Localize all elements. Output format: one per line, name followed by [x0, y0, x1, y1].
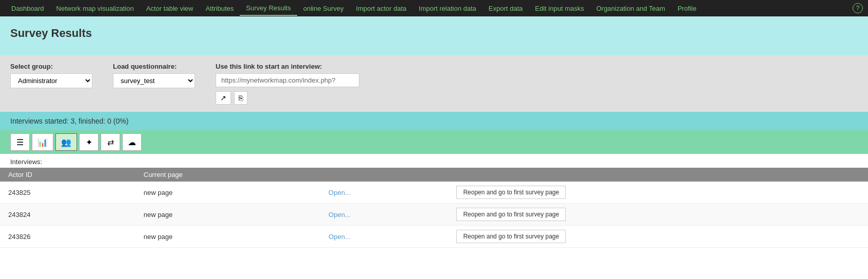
- nav-item-export-data[interactable]: Export data: [483, 2, 529, 15]
- open-link[interactable]: Open...: [329, 233, 351, 241]
- actor-id-cell: 243826: [0, 226, 136, 248]
- reopen-button[interactable]: Reopen and go to first survey page: [456, 186, 566, 199]
- open-link[interactable]: Open...: [329, 189, 351, 196]
- nav-item-survey-results[interactable]: Survey Results: [240, 1, 297, 16]
- stats-bar: Interviews started: 3, finished: 0 (0%): [0, 112, 868, 130]
- nav-item-online-survey[interactable]: online Survey: [297, 2, 350, 15]
- group-label: Select group:: [10, 63, 92, 70]
- interviews-label: Interviews:: [0, 154, 868, 168]
- nav-bar: Dashboard Network map visualization Acto…: [0, 0, 868, 16]
- nav-item-import-actor[interactable]: Import actor data: [350, 2, 413, 15]
- page-title: Survey Results: [10, 27, 858, 40]
- actor-id-cell: 243825: [0, 182, 136, 204]
- stats-text: Interviews started: 3, finished: 0 (0%): [10, 117, 128, 125]
- nav-item-network-map[interactable]: Network map visualization: [50, 2, 140, 15]
- reopen-cell: Reopen and go to first survey page: [448, 226, 868, 248]
- reopen-button[interactable]: Reopen and go to first survey page: [456, 230, 566, 243]
- list-view-btn[interactable]: ☰: [10, 133, 30, 151]
- table-row: 243825new pageOpen...Reopen and go to fi…: [0, 182, 868, 204]
- current-page-cell: new page: [136, 204, 320, 226]
- chart-btn[interactable]: 📊: [32, 133, 53, 151]
- table-row: 243824new pageOpen...Reopen and go to fi…: [0, 204, 868, 226]
- interview-link-group: Use this link to start an interview: ↗ ⎘: [216, 63, 359, 105]
- col-open: [320, 168, 448, 182]
- table-row: 243826new pageOpen...Reopen and go to fi…: [0, 226, 868, 248]
- interview-link-input[interactable]: [216, 73, 359, 87]
- help-button[interactable]: ?: [853, 3, 863, 13]
- nav-item-edit-masks[interactable]: Edit input masks: [529, 2, 590, 15]
- interviews-btn[interactable]: 👥: [55, 133, 77, 151]
- col-actor-id: Actor ID: [0, 168, 136, 182]
- open-cell: Open...: [320, 204, 448, 226]
- network-btn[interactable]: ✦: [79, 133, 99, 151]
- open-cell: Open...: [320, 182, 448, 204]
- toolbar: ☰ 📊 👥 ✦ ⇄ ☁: [0, 130, 868, 154]
- group-select[interactable]: Administrator: [10, 73, 92, 88]
- reopen-cell: Reopen and go to first survey page: [448, 182, 868, 204]
- col-current-page: Current page: [136, 168, 320, 182]
- open-link-button[interactable]: ↗: [216, 91, 231, 105]
- current-page-cell: new page: [136, 226, 320, 248]
- page-header: Survey Results: [0, 16, 868, 55]
- cloud-btn[interactable]: ☁: [122, 133, 142, 151]
- link-buttons: ↗ ⎘: [216, 91, 359, 105]
- copy-link-button[interactable]: ⎘: [234, 91, 247, 105]
- filter-row: Select group: Administrator Load questio…: [0, 55, 868, 112]
- nav-item-attributes[interactable]: Attributes: [199, 2, 240, 15]
- col-reopen: [448, 168, 868, 182]
- reopen-cell: Reopen and go to first survey page: [448, 204, 868, 226]
- open-link[interactable]: Open...: [329, 211, 351, 218]
- questionnaire-filter: Load questionnaire: survey_test: [113, 63, 195, 88]
- interview-link-label: Use this link to start an interview:: [216, 63, 359, 70]
- compare-btn[interactable]: ⇄: [101, 133, 120, 151]
- open-cell: Open...: [320, 226, 448, 248]
- current-page-cell: new page: [136, 182, 320, 204]
- nav-item-org-team[interactable]: Organization and Team: [590, 2, 671, 15]
- nav-item-dashboard[interactable]: Dashboard: [5, 2, 50, 15]
- group-filter: Select group: Administrator: [10, 63, 92, 88]
- nav-item-import-relation[interactable]: Import relation data: [413, 2, 483, 15]
- nav-item-profile[interactable]: Profile: [671, 2, 703, 15]
- interviews-table: Actor ID Current page 243825new pageOpen…: [0, 168, 868, 248]
- nav-item-actor-table[interactable]: Actor table view: [140, 2, 200, 15]
- reopen-button[interactable]: Reopen and go to first survey page: [456, 208, 566, 221]
- actor-id-cell: 243824: [0, 204, 136, 226]
- questionnaire-label: Load questionnaire:: [113, 63, 195, 70]
- questionnaire-select[interactable]: survey_test: [113, 73, 195, 88]
